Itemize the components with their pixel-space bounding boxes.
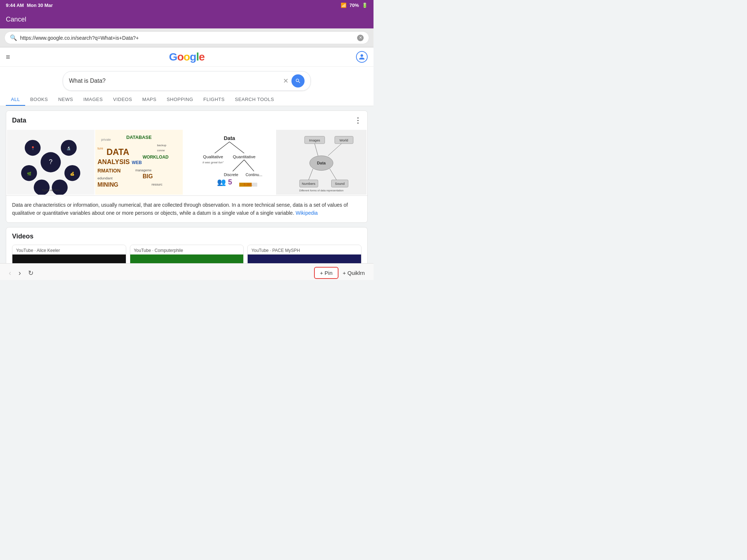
user-account-icon[interactable] — [356, 51, 368, 63]
svg-text:Images: Images — [309, 139, 320, 142]
status-bar-right: 📶 70% 🔋 — [341, 3, 368, 8]
header-bar: Cancel — [0, 10, 374, 28]
tab-videos[interactable]: VIDEOS — [108, 94, 137, 106]
cancel-button[interactable]: Cancel — [6, 16, 26, 23]
reload-button[interactable]: ↻ — [28, 269, 34, 277]
svg-line-35 — [244, 160, 254, 171]
kp-image-4[interactable]: Images World Data Numbers Sound Diff — [276, 130, 367, 195]
video-card-1[interactable]: YouTube · Alice Keeler HOW MANY PEOPLE A… — [12, 245, 126, 263]
svg-text:World: World — [340, 139, 348, 142]
tab-maps[interactable]: MAPS — [137, 94, 162, 106]
svg-text:Continu...: Continu... — [245, 172, 262, 177]
svg-line-54 — [309, 169, 313, 180]
video-cards: YouTube · Alice Keeler HOW MANY PEOPLE A… — [12, 245, 361, 263]
kp-more-options-icon[interactable]: ⋮ — [354, 116, 361, 125]
search-query-text: What is Data? — [69, 78, 280, 84]
back-button[interactable]: ‹ — [9, 269, 11, 277]
svg-text:Data: Data — [317, 161, 326, 165]
svg-text:DATABASE: DATABASE — [126, 135, 152, 140]
kp-images: ? 📍 🔬 🌿 💰 Types of Data — [6, 130, 367, 195]
svg-text:?: ? — [49, 158, 53, 166]
video-card-3[interactable]: YouTube · PACE MySPH — [247, 245, 361, 263]
tab-all[interactable]: ALL — [6, 94, 25, 106]
video-source-3: YouTube · PACE MySPH — [248, 245, 361, 254]
search-bar[interactable]: What is Data? ✕ — [63, 71, 311, 91]
svg-text:edundant: edundant — [97, 176, 112, 180]
pin-button[interactable]: + Pin — [314, 267, 338, 279]
battery-icon: 🔋 — [362, 3, 368, 8]
logo-o2: o — [183, 51, 190, 63]
kp-image-1[interactable]: ? 📍 🔬 🌿 💰 Types of Data — [7, 130, 94, 195]
svg-text:MINING: MINING — [97, 182, 118, 188]
video-card-2[interactable]: YouTube · Computerphile DATA ANALYSIS — [130, 245, 244, 263]
svg-text:📍: 📍 — [31, 146, 35, 151]
kp-header: Data ⋮ — [6, 111, 367, 130]
logo-g: G — [169, 51, 177, 63]
svg-text:conne: conne — [157, 149, 165, 152]
url-bar[interactable]: 🔍 https://www.google.co.in/search?q=What… — [4, 31, 369, 44]
tab-books[interactable]: BOOKS — [25, 94, 53, 106]
status-bar: 9:44 AM Mon 30 Mar 📶 70% 🔋 — [0, 0, 374, 10]
video-thumb-3 — [248, 254, 361, 263]
svg-text:resourc: resourc — [152, 183, 163, 186]
wifi-icon: 📶 — [341, 3, 347, 8]
videos-section-title: Videos — [12, 233, 361, 240]
tab-flights[interactable]: FLIGHTS — [198, 94, 230, 106]
tab-images[interactable]: IMAGES — [78, 94, 108, 106]
svg-line-49 — [328, 144, 341, 156]
url-clear-button[interactable]: ✕ — [357, 35, 364, 41]
logo-o1: o — [177, 51, 183, 63]
svg-text:🔬: 🔬 — [66, 146, 71, 151]
tab-shopping[interactable]: SHOPPING — [162, 94, 198, 106]
search-clear-button[interactable]: ✕ — [283, 77, 289, 85]
logo-l: l — [196, 51, 199, 63]
svg-point-10 — [34, 179, 50, 195]
kp-description: Data are characteristics or information,… — [6, 195, 367, 222]
svg-text:Sound: Sound — [335, 182, 345, 186]
tab-news[interactable]: NEWS — [53, 94, 78, 106]
url-bar-container: 🔍 https://www.google.co.in/search?q=What… — [0, 28, 374, 47]
forward-button[interactable]: › — [19, 269, 21, 277]
svg-text:🌿: 🌿 — [27, 171, 32, 176]
quiklrn-button[interactable]: + Quiklrn — [343, 270, 365, 276]
search-submit-button[interactable] — [291, 74, 305, 88]
hamburger-menu[interactable]: ≡ — [6, 53, 10, 61]
svg-text:👥 5: 👥 5 — [217, 178, 232, 186]
svg-text:Types of Data: Types of Data — [42, 188, 60, 192]
search-bar-container: What is Data? ✕ — [0, 67, 374, 91]
search-icon: 🔍 — [10, 34, 17, 41]
results-area: Data ⋮ ? 📍 🔬 🌿 — [0, 106, 374, 263]
nav-arrows: ‹ › ↻ — [9, 269, 34, 277]
date-display: Mon 30 Mar — [27, 3, 53, 8]
kp-image-2[interactable]: DATABASE private ture DATA ANALYSIS RMAT… — [95, 130, 183, 195]
bottom-toolbar: ‹ › ↻ + Pin + Quiklrn — [0, 263, 374, 280]
svg-text:DATA: DATA — [107, 147, 129, 157]
wikipedia-link[interactable]: Wikipedia — [295, 210, 318, 216]
google-page: ≡ Google What is Data? ✕ ALL BOOKS NEWS … — [0, 47, 374, 263]
kp-title: Data — [12, 117, 26, 124]
svg-text:Data: Data — [224, 135, 235, 141]
videos-section: Videos YouTube · Alice Keeler HOW MANY P… — [6, 227, 368, 263]
video-thumb-1: HOW MANY PEOPLE ARE IN YOUR FAMILY! — [12, 254, 126, 263]
kp-image-3[interactable]: Data Qualitative Quantitative it was gre… — [183, 130, 275, 195]
svg-text:it was great fun": it was great fun" — [202, 161, 224, 164]
svg-text:manageme: manageme — [135, 168, 151, 172]
tab-search-tools[interactable]: SEARCH TOOLS — [230, 94, 279, 106]
svg-text:WEB: WEB — [132, 160, 142, 165]
svg-text:ANALYSIS: ANALYSIS — [97, 158, 129, 166]
status-bar-left: 9:44 AM Mon 30 Mar — [6, 3, 53, 8]
svg-text:BIG: BIG — [143, 174, 153, 180]
svg-text:private: private — [101, 138, 111, 141]
svg-line-29 — [215, 142, 229, 153]
video-source-1: YouTube · Alice Keeler — [12, 245, 126, 254]
svg-text:Different forms of data repres: Different forms of data representation — [299, 189, 344, 192]
svg-point-11 — [52, 179, 68, 195]
svg-text:WORKLOAD: WORKLOAD — [143, 155, 169, 160]
svg-line-55 — [330, 169, 336, 180]
video-thumb-2: DATA ANALYSIS — [130, 254, 244, 263]
svg-text:Discrete: Discrete — [224, 172, 238, 177]
time-display: 9:44 AM — [6, 3, 24, 8]
svg-text:Numbers: Numbers — [302, 182, 316, 186]
google-logo: Google — [169, 51, 204, 63]
svg-text:ture: ture — [97, 147, 103, 150]
